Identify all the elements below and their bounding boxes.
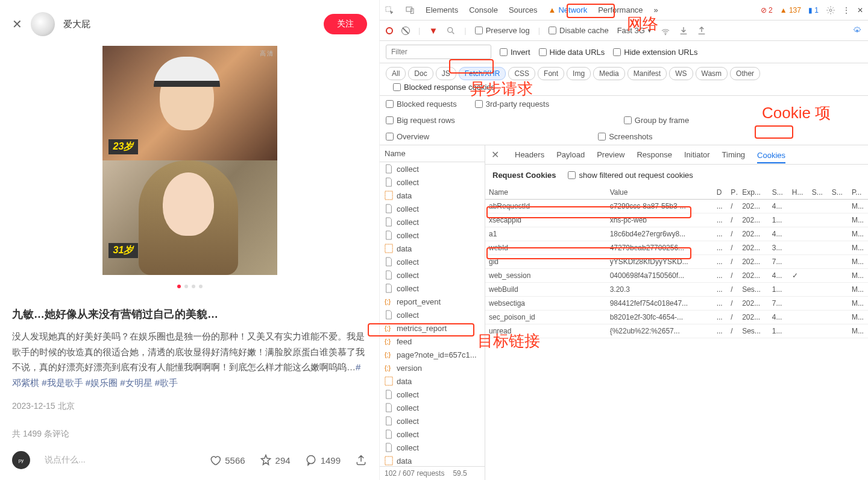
cookie-row[interactable]: xsecappidxhs-pc-web.../202...1...M...	[485, 213, 868, 227]
info-count[interactable]: ▮ 1	[808, 6, 819, 14]
tab-cookies[interactable]: Cookies	[757, 151, 785, 163]
throttling-select[interactable]: Fast 3G ▼	[617, 26, 652, 35]
warning-count[interactable]: ▲ 137	[780, 6, 801, 14]
blocked-requests-checkbox[interactable]: Blocked requests	[386, 99, 457, 109]
type-filter-doc[interactable]: Doc	[408, 67, 433, 80]
cookie-row[interactable]: abRequestIdc7299ccc-8a87-55b3-....../202…	[485, 200, 868, 213]
screenshots-checkbox[interactable]: Screenshots	[598, 132, 652, 141]
request-row[interactable]: {;}feed	[380, 335, 485, 348]
cookie-row[interactable]: webId47279beab27700256....../202...3...M…	[485, 241, 868, 255]
request-row[interactable]: collect	[380, 441, 485, 454]
big-rows-checkbox[interactable]: Big request rows	[386, 116, 455, 125]
request-row[interactable]: collect	[380, 268, 485, 282]
type-filter-ws[interactable]: WS	[669, 67, 693, 80]
type-filter-other[interactable]: Other	[730, 67, 760, 80]
kebab-icon[interactable]: ⋮	[843, 6, 850, 14]
network-conditions-icon[interactable]	[661, 26, 670, 36]
comment-button[interactable]: 1499	[305, 454, 341, 466]
share-button[interactable]	[355, 454, 367, 466]
clear-icon[interactable]	[401, 27, 410, 35]
request-row[interactable]: collect	[380, 255, 485, 268]
star-button[interactable]: 294	[260, 454, 291, 466]
request-row[interactable]: data	[380, 374, 485, 388]
preserve-log-checkbox[interactable]: Preserve log	[475, 26, 530, 35]
disable-cache-checkbox[interactable]: Disable cache	[549, 26, 609, 35]
invert-checkbox[interactable]: Invert	[500, 48, 530, 57]
request-row[interactable]: collect	[380, 202, 485, 215]
request-row[interactable]: collect	[380, 388, 485, 401]
request-row[interactable]: collect	[380, 282, 485, 295]
tab-sources[interactable]: Sources	[509, 5, 538, 14]
cookie-row[interactable]: unread{%22ub%22:%2657....../Ses...1...M.…	[485, 324, 868, 338]
tab-performance[interactable]: Performance	[598, 5, 643, 14]
export-har-icon[interactable]	[697, 26, 706, 36]
type-filter-js[interactable]: JS	[436, 67, 456, 80]
request-row[interactable]: data	[380, 189, 485, 202]
detail-close-icon[interactable]: ✕	[491, 149, 499, 160]
comment-input[interactable]: 说点什么...	[45, 455, 86, 466]
type-filter-wasm[interactable]: Wasm	[696, 67, 728, 80]
request-row[interactable]: {;}version	[380, 361, 485, 374]
tab-initiator[interactable]: Initiator	[684, 150, 710, 159]
type-filter-font[interactable]: Font	[538, 67, 564, 80]
third-party-checkbox[interactable]: 3rd-party requests	[475, 99, 550, 109]
follow-button[interactable]: 关注	[324, 14, 367, 34]
tab-elements[interactable]: Elements	[426, 5, 458, 14]
search-icon[interactable]	[446, 26, 456, 36]
settings-icon[interactable]	[826, 5, 835, 15]
record-icon[interactable]	[386, 27, 393, 34]
filter-icon[interactable]: ▼	[429, 25, 438, 36]
cookie-row[interactable]: gidyYSKDf28KfDyyYSKD....../202...7...M..…	[485, 255, 868, 269]
request-row[interactable]: collect	[380, 428, 485, 441]
request-row[interactable]: data	[380, 242, 485, 255]
request-row[interactable]: collect	[380, 215, 485, 229]
tab-console[interactable]: Console	[469, 5, 498, 14]
author-avatar[interactable]	[31, 12, 55, 36]
type-filter-all[interactable]: All	[386, 67, 406, 80]
type-filter-img[interactable]: Img	[567, 67, 591, 80]
filter-input[interactable]	[386, 45, 491, 59]
blocked-response-cookies-checkbox[interactable]: Blocked response cookies	[393, 83, 495, 92]
request-row[interactable]: {;}metrics_report	[380, 321, 485, 335]
type-filter-media[interactable]: Media	[593, 67, 625, 80]
network-settings-icon[interactable]	[852, 26, 862, 36]
cookie-row[interactable]: web_session0400698f4a7150560f....../202.…	[485, 269, 868, 283]
current-user-avatar[interactable]: py	[12, 451, 30, 469]
devtools-close-icon[interactable]: ✕	[857, 6, 863, 14]
tab-timing[interactable]: Timing	[722, 150, 746, 159]
show-filtered-checkbox[interactable]: show filtered out request cookies	[568, 171, 693, 180]
request-row[interactable]: collect	[380, 308, 485, 321]
type-filter-css[interactable]: CSS	[508, 67, 535, 80]
tab-payload[interactable]: Payload	[556, 150, 585, 159]
cookie-row[interactable]: websectiga984412fef754c018e47....../202.…	[485, 297, 868, 311]
import-har-icon[interactable]	[679, 26, 688, 36]
request-row[interactable]: collect	[380, 401, 485, 414]
group-by-frame-checkbox[interactable]: Group by frame	[624, 116, 689, 125]
error-count[interactable]: ⊘ 2	[761, 6, 773, 14]
tab-headers[interactable]: Headers	[515, 150, 544, 159]
tabs-overflow-icon[interactable]: »	[654, 5, 658, 14]
like-button[interactable]: 5566	[209, 454, 245, 466]
request-row[interactable]: {;}page?note_id=657c1...	[380, 348, 485, 361]
hide-data-urls-checkbox[interactable]: Hide data URLs	[539, 48, 605, 57]
request-row[interactable]: collect	[380, 175, 485, 189]
cookie-row[interactable]: webBuild3.20.3.../Ses...1...M...	[485, 283, 868, 297]
type-filter-fetch-xhr[interactable]: Fetch/XHR	[459, 67, 506, 80]
request-row[interactable]: collect	[380, 162, 485, 175]
tab-response[interactable]: Response	[637, 150, 672, 159]
request-row[interactable]: collect	[380, 229, 485, 242]
request-row[interactable]: {;}report_event	[380, 295, 485, 308]
author-name[interactable]: 爱大屁	[63, 19, 90, 30]
device-toolbar-icon[interactable]	[405, 5, 415, 15]
post-image[interactable]: 高 清 23岁 31岁	[12, 46, 367, 275]
type-filter-manifest[interactable]: Manifest	[627, 67, 667, 80]
tab-preview[interactable]: Preview	[597, 150, 624, 159]
cookies-table[interactable]: NameValueDPExp...S...H...S...S...P... ab…	[485, 186, 868, 480]
overview-checkbox[interactable]: Overview	[386, 132, 429, 141]
request-row[interactable]: data	[380, 454, 485, 466]
hide-ext-urls-checkbox[interactable]: Hide extension URLs	[613, 48, 697, 57]
cookie-row[interactable]: a118c6bd4e27ergr6wy8....../202...4...M..…	[485, 227, 868, 241]
close-icon[interactable]: ✕	[12, 17, 22, 31]
select-element-icon[interactable]	[385, 5, 394, 15]
tab-network[interactable]: ▲ Network	[549, 5, 588, 14]
